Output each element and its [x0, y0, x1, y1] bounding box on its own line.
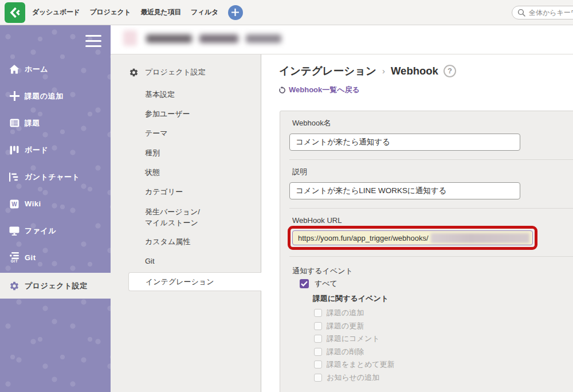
svg-text:W: W [11, 201, 17, 207]
settings-item-basic[interactable]: 基本設定 [111, 85, 261, 104]
gantt-chart-icon [9, 173, 20, 182]
search-placeholder: 全体からキーワード検索 [529, 8, 573, 18]
nav-dashboard[interactable]: ダッシュボード [32, 7, 80, 17]
webhook-name-label: Webhook名 [292, 119, 573, 127]
redacted-project-name [199, 34, 238, 43]
description-field: 説明 [289, 168, 573, 199]
sidebar-item-gantt[interactable]: ガントチャート [0, 163, 111, 190]
sidebar-item-add-issue[interactable]: 課題の追加 [0, 83, 111, 109]
add-button[interactable] [228, 5, 243, 20]
issue-events-group-label: 課題に関するイベント [313, 295, 573, 303]
sidebar-nav: ホーム 課題の追加 課題 [0, 56, 111, 299]
settings-item-categories[interactable]: カテゴリー [111, 182, 261, 202]
board-icon [9, 146, 20, 155]
webhook-url-label: WebHook URL [292, 217, 573, 225]
gear-icon [9, 281, 20, 291]
page-title: Webhook [391, 64, 438, 77]
webhook-url-field: WebHook URL https://yoom.fun/app_trigger… [289, 217, 573, 250]
settings-header-label: プロジェクト設定 [145, 67, 206, 77]
gear-icon [129, 68, 139, 77]
webhook-form: Webhook名 説明 WebHook URL https://yoom.fun… [280, 111, 573, 392]
search-icon [517, 9, 525, 17]
settings-header: プロジェクト設定 [111, 54, 261, 85]
wiki-icon: W [9, 199, 20, 209]
top-nav: ダッシュボード プロジェクト 最近見た項目 フィルタ [32, 5, 243, 20]
checkbox-unchecked-icon [314, 374, 322, 382]
backlog-logo[interactable] [5, 2, 25, 23]
description-label: 説明 [292, 168, 573, 176]
global-search[interactable]: 全体からキーワード検索 [512, 6, 573, 19]
sidebar-item-issues[interactable]: 課題 [0, 109, 111, 136]
redacted-project-name [246, 34, 281, 43]
sidebar-item-wiki[interactable]: W Wiki [0, 190, 111, 217]
breadcrumb-separator: › [382, 64, 385, 77]
checkbox-unchecked-icon [314, 309, 322, 317]
events-label: 通知するイベント [292, 267, 573, 275]
backlog-chevron-icon [8, 6, 22, 19]
sidebar-item-board[interactable]: ボード [0, 136, 111, 163]
settings-sidebar: プロジェクト設定 基本設定 参加ユーザー テーマ 種別 状態 カテゴリー 発生バ… [111, 54, 261, 392]
settings-item-issue-types[interactable]: 種別 [111, 143, 261, 163]
checkbox-unchecked-icon [314, 335, 322, 343]
sidebar-item-project-settings[interactable]: プロジェクト設定 [0, 273, 111, 299]
event-notification-added-checkbox[interactable]: お知らせの追加 [314, 371, 573, 385]
sidebar-item-files[interactable]: ファイル [0, 217, 111, 244]
plus-icon [231, 9, 239, 16]
home-icon [9, 65, 20, 74]
back-to-webhook-list-link[interactable]: Webhook一覧へ戻る [278, 85, 360, 95]
issue-list-icon [9, 119, 20, 127]
top-navigation-bar: ダッシュボード プロジェクト 最近見た項目 フィルタ 全体からキーワード検索 [0, 0, 573, 25]
event-all-checkbox[interactable]: すべて [300, 279, 573, 289]
plus-icon [9, 91, 20, 101]
nav-filter[interactable]: フィルタ [191, 7, 218, 17]
settings-item-git[interactable]: Git [111, 252, 261, 271]
main-content: インテグレーション › Webhook ? Webhook一覧へ戻る Webho… [261, 54, 573, 392]
breadcrumb: インテグレーション › Webhook ? [279, 64, 573, 77]
divider [289, 208, 573, 209]
settings-item-versions-milestones[interactable]: 発生バージョン/マイルストーン [111, 202, 205, 232]
files-icon [9, 226, 20, 236]
settings-item-members[interactable]: 参加ユーザー [111, 104, 261, 124]
sidebar: ホーム 課題の追加 課題 [0, 25, 111, 392]
undo-icon [278, 87, 286, 94]
settings-item-custom-fields[interactable]: カスタム属性 [111, 232, 261, 252]
webhook-url-input[interactable]: https://yoom.fun/app_trigger/webhooks/ [292, 230, 533, 245]
event-issue-commented-checkbox[interactable]: 課題にコメント [314, 332, 573, 346]
redacted-webhook-token [431, 233, 529, 243]
divider [289, 256, 573, 257]
webhook-name-field: Webhook名 [289, 119, 573, 151]
event-issue-deleted-checkbox[interactable]: 課題の削除 [314, 346, 573, 359]
git-icon: GIT [9, 252, 20, 264]
events-section: 通知するイベント すべて 課題に関するイベント 課題の追加 課題の更新 課題にコ… [289, 265, 573, 384]
checkbox-unchecked-icon [314, 322, 322, 330]
breadcrumb-integration[interactable]: インテグレーション [279, 64, 376, 77]
collapse-menu-icon[interactable] [85, 35, 101, 50]
event-issue-bulk-updated-checkbox[interactable]: 課題をまとめて更新 [314, 358, 573, 371]
redacted-project-name [146, 34, 192, 43]
settings-item-integration[interactable]: インテグレーション [128, 272, 261, 291]
event-issue-created-checkbox[interactable]: 課題の追加 [314, 307, 573, 320]
checkbox-unchecked-icon [314, 360, 322, 369]
sidebar-item-home[interactable]: ホーム [0, 56, 111, 83]
annotation-highlight-box: https://yoom.fun/app_trigger/webhooks/ [288, 226, 537, 250]
help-icon[interactable]: ? [444, 65, 456, 77]
event-issue-updated-checkbox[interactable]: 課題の更新 [314, 320, 573, 333]
redacted-project-icon [123, 30, 137, 46]
webhook-name-input[interactable] [289, 134, 520, 151]
project-header [111, 25, 573, 54]
checkbox-checked-icon [300, 279, 309, 288]
description-input[interactable] [289, 182, 520, 199]
settings-item-theme[interactable]: テーマ [111, 124, 261, 143]
sidebar-item-git[interactable]: GIT Git [0, 244, 111, 271]
checkbox-unchecked-icon [314, 348, 322, 356]
nav-projects[interactable]: プロジェクト [90, 7, 131, 17]
nav-recent-items[interactable]: 最近見た項目 [140, 7, 180, 17]
settings-item-status[interactable]: 状態 [111, 163, 261, 182]
divider [289, 159, 573, 160]
